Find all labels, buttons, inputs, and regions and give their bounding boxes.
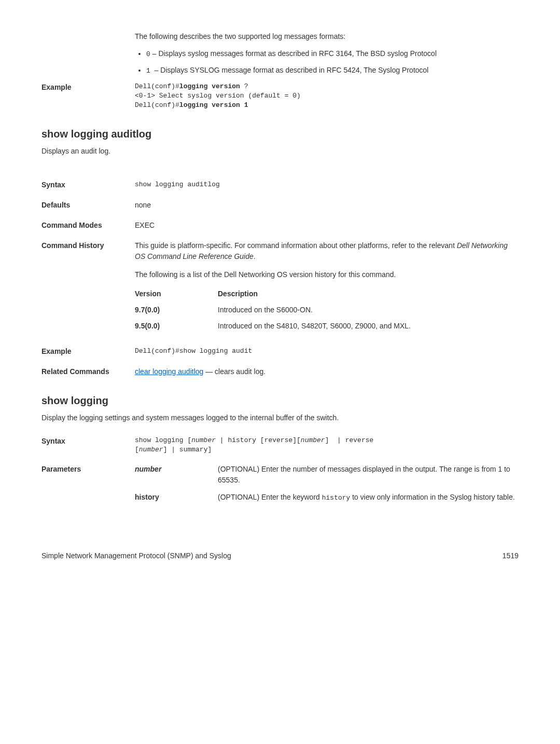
defaults-row: Defaults none: [41, 200, 519, 211]
version-header-1: Version: [135, 288, 218, 299]
version-header-row: Version Description: [135, 288, 519, 299]
version-1-ver: 9.7(0.0): [135, 305, 218, 315]
syntax-value: show logging auditlog: [135, 180, 519, 190]
format2-code: 1: [146, 67, 155, 75]
section-desc-showlogging: Display the logging settings and system …: [41, 412, 519, 423]
related-content: clear logging auditlog — clears audit lo…: [135, 366, 519, 377]
param-history-name: history: [135, 492, 218, 503]
syntax-label: Syntax: [41, 180, 135, 190]
param-row-history: history (OPTIONAL) Enter the keyword his…: [135, 492, 519, 503]
syntax3-value: show logging [number | history [reverse]…: [135, 436, 519, 454]
defaults-label: Defaults: [41, 200, 135, 211]
example-row-1: Example Dell(conf)#logging version ? <0-…: [41, 82, 519, 111]
parameters-content: number (OPTIONAL) Enter the number of me…: [135, 464, 519, 509]
history-paragraph-2: The following is a list of the Dell Netw…: [135, 269, 519, 280]
modes-row: Command Modes EXEC: [41, 220, 519, 231]
formats-list: 0 – Displays syslog messages format as d…: [146, 48, 519, 76]
param-number-name: number: [135, 464, 218, 486]
version-2-desc: Introduced on the S4810, S4820T, S6000, …: [218, 321, 519, 332]
section-title-auditlog: show logging auditlog: [41, 126, 519, 142]
related-post: — clears audit log.: [203, 367, 265, 376]
formats-intro: The following describes the two supporte…: [135, 31, 519, 42]
history-content: This guide is platform-specific. For com…: [135, 240, 519, 337]
related-row: Related Commands clear logging auditlog …: [41, 366, 519, 377]
parameters-row: Parameters number (OPTIONAL) Enter the n…: [41, 464, 519, 509]
footer-page-number: 1519: [502, 550, 519, 561]
format1-text: – Displays syslog messages format as des…: [150, 49, 437, 58]
param-number-desc: (OPTIONAL) Enter the number of messages …: [218, 464, 519, 486]
section-desc-auditlog: Displays an audit log.: [41, 146, 519, 157]
version-2-ver: 9.5(0.0): [135, 321, 218, 332]
example2-label: Example: [41, 346, 135, 357]
syntax-row: Syntax show logging auditlog: [41, 180, 519, 190]
footer-left: Simple Network Management Protocol (SNMP…: [41, 550, 231, 561]
format2-text: – Displays SYSLOG message format as desc…: [155, 66, 429, 74]
version-table: Version Description 9.7(0.0) Introduced …: [135, 288, 519, 332]
history-paragraph-1: This guide is platform-specific. For com…: [135, 240, 519, 262]
format-bullet-2: 1 – Displays SYSLOG message format as de…: [146, 65, 519, 76]
formats-intro-block: The following describes the two supporte…: [135, 31, 519, 76]
syntax-row-3: Syntax show logging [number | history [r…: [41, 436, 519, 454]
example-label: Example: [41, 82, 135, 111]
section-title-showlogging: show logging: [41, 393, 519, 408]
example2-value: Dell(conf)#show logging audit: [135, 346, 519, 357]
version-row-1: 9.7(0.0) Introduced on the S6000-ON.: [135, 305, 519, 315]
parameters-label: Parameters: [41, 464, 135, 509]
syntax3-label: Syntax: [41, 436, 135, 454]
modes-label: Command Modes: [41, 220, 135, 231]
format-bullet-1: 0 – Displays syslog messages format as d…: [146, 48, 519, 60]
history-row: Command History This guide is platform-s…: [41, 240, 519, 337]
example-code: Dell(conf)#logging version ? <0-1> Selec…: [135, 82, 519, 111]
page-footer: Simple Network Management Protocol (SNMP…: [41, 550, 519, 561]
related-link[interactable]: clear logging auditlog: [135, 367, 203, 376]
version-row-2: 9.5(0.0) Introduced on the S4810, S4820T…: [135, 321, 519, 332]
defaults-value: none: [135, 200, 519, 211]
history-label: Command History: [41, 240, 135, 337]
example-row-2: Example Dell(conf)#show logging audit: [41, 346, 519, 357]
format1-code: 0: [146, 50, 150, 58]
related-label: Related Commands: [41, 366, 135, 377]
version-1-desc: Introduced on the S6000-ON.: [218, 305, 519, 315]
param-row-number: number (OPTIONAL) Enter the number of me…: [135, 464, 519, 486]
modes-value: EXEC: [135, 220, 519, 231]
param-history-desc: (OPTIONAL) Enter the keyword history to …: [218, 492, 519, 503]
version-header-2: Description: [218, 288, 519, 299]
